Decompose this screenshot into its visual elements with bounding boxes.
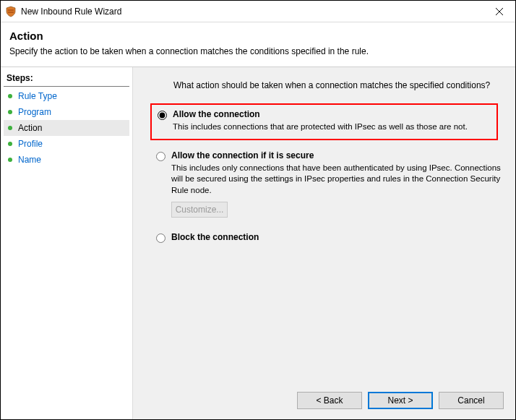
step-label: Action: [18, 123, 42, 133]
steps-label: Steps:: [4, 72, 129, 87]
step-label: Program: [18, 107, 51, 117]
firewall-icon: [5, 6, 17, 17]
svg-rect-1: [8, 12, 14, 13]
highlight-box: Allow the connection This includes conne…: [150, 103, 498, 140]
steps-sidebar: Steps: Rule Type Program Action Profile …: [1, 67, 132, 419]
page-heading: Action: [9, 30, 507, 42]
wizard-buttons: < Back Next > Cancel: [297, 392, 504, 409]
step-profile[interactable]: Profile: [4, 136, 129, 152]
step-rule-type[interactable]: Rule Type: [4, 88, 129, 104]
step-label: Rule Type: [18, 91, 57, 101]
option-title: Allow the connection: [173, 109, 260, 119]
titlebar: New Inbound Rule Wizard: [1, 1, 515, 22]
step-program[interactable]: Program: [4, 104, 129, 120]
option-desc: This includes only connections that have…: [171, 163, 501, 197]
step-name[interactable]: Name: [4, 152, 129, 168]
option-title: Block the connection: [171, 232, 259, 242]
bullet-icon: [8, 110, 12, 114]
bullet-icon: [8, 126, 12, 130]
bullet-icon: [8, 94, 12, 98]
bullet-icon: [8, 142, 12, 146]
window-title: New Inbound Rule Wizard: [21, 7, 483, 17]
cancel-button[interactable]: Cancel: [439, 392, 504, 409]
close-button[interactable]: [483, 1, 515, 22]
content-pane: What action should be taken when a conne…: [132, 67, 515, 419]
step-label: Profile: [18, 139, 43, 149]
radio-block-connection[interactable]: [156, 233, 165, 243]
step-label: Name: [18, 155, 41, 165]
svg-rect-0: [8, 9, 14, 11]
radio-allow-if-secure[interactable]: [156, 152, 165, 161]
bullet-icon: [8, 158, 12, 162]
customize-button: Customize...: [171, 202, 228, 218]
option-title: Allow the connection if it is secure: [171, 150, 314, 160]
back-button[interactable]: < Back: [297, 392, 362, 409]
next-button[interactable]: Next >: [368, 392, 433, 409]
page-subheading: Specify the action to be taken when a co…: [9, 46, 507, 56]
radio-allow-connection[interactable]: [158, 111, 167, 120]
option-desc: This includes connections that are prote…: [173, 121, 491, 133]
prompt-text: What action should be taken when a conne…: [173, 80, 501, 90]
wizard-header: Action Specify the action to be taken wh…: [1, 22, 515, 67]
step-action[interactable]: Action: [4, 120, 129, 136]
